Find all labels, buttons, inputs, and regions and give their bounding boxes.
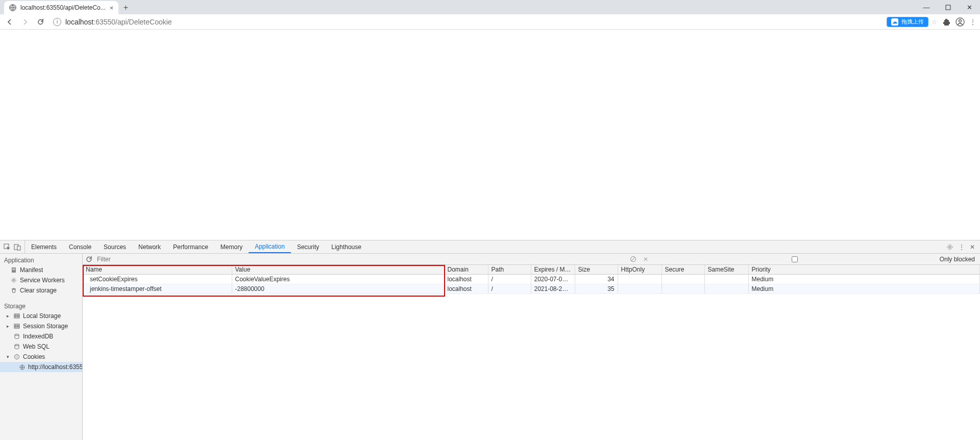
cookie-icon	[13, 354, 20, 360]
extensions-icon[interactable]	[942, 18, 950, 26]
devtools-tab-console[interactable]: Console	[63, 240, 97, 253]
svg-point-3	[959, 19, 962, 22]
window-controls: — ✕	[916, 0, 980, 14]
url-box[interactable]: i localhost:63550/api/DeleteCookie	[50, 18, 883, 26]
col-size[interactable]: Size	[575, 265, 618, 275]
sidebar-item-web-sql[interactable]: Web SQL	[0, 341, 82, 352]
pill-label: 拖拽上传	[901, 18, 924, 26]
browser-tab[interactable]: localhost:63550/api/DeleteCo... ×	[4, 1, 118, 14]
sidebar-item-indexeddb[interactable]: IndexedDB	[0, 331, 82, 341]
device-toolbar-icon[interactable]	[13, 243, 21, 251]
browser-tab-bar: localhost:63550/api/DeleteCo... × + — ✕	[0, 0, 980, 14]
table-row[interactable]: jenkins-timestamper-offset-28800000local…	[83, 284, 980, 294]
devtools-tab-application[interactable]: Application	[249, 240, 291, 253]
maximize-button[interactable]	[937, 0, 959, 14]
col-name[interactable]: Name	[83, 265, 232, 275]
devtools-tab-bar: ElementsConsoleSourcesNetworkPerformance…	[0, 240, 980, 254]
new-tab-button[interactable]: +	[118, 1, 133, 14]
sidebar-section-application: Application	[0, 254, 82, 265]
minimize-button[interactable]: —	[916, 0, 937, 14]
col-value[interactable]: Value	[232, 265, 444, 275]
devtools-tab-network[interactable]: Network	[132, 240, 167, 253]
svg-point-16	[14, 355, 19, 359]
back-button[interactable]	[4, 16, 15, 28]
cookies-grid[interactable]: NameValueDomainPathExpires / Max-A...Siz…	[83, 265, 980, 440]
sidebar-item-manifest[interactable]: Manifest	[0, 265, 82, 275]
devtools-tab-performance[interactable]: Performance	[167, 240, 214, 253]
svg-rect-13	[14, 324, 19, 328]
col-httponly[interactable]: HttpOnly	[618, 265, 662, 275]
col-path[interactable]: Path	[488, 265, 531, 275]
cloud-icon: ☁	[891, 18, 898, 26]
browser-menu-icon[interactable]: ⋮	[970, 18, 976, 26]
delete-selected-icon[interactable]: ✕	[640, 256, 652, 263]
svg-point-7	[949, 246, 951, 248]
grid-icon	[13, 323, 20, 329]
devtools-tab-lighthouse[interactable]: Lighthouse	[325, 240, 368, 253]
url-host: localhost	[65, 18, 93, 26]
devtools-close-icon[interactable]: ✕	[970, 243, 975, 251]
forward-button[interactable]	[19, 16, 31, 28]
devtools-tab-elements[interactable]: Elements	[25, 240, 63, 253]
site-info-icon[interactable]: i	[53, 18, 61, 26]
favorite-icon[interactable]: ☆	[932, 18, 937, 26]
sidebar-item-cookies[interactable]: ▾Cookies	[0, 352, 82, 362]
page-content	[0, 30, 980, 240]
refresh-icon[interactable]	[83, 256, 95, 262]
clear-all-icon[interactable]	[627, 256, 640, 262]
devtools-main: ✕ Only blocked NameValueDomainPathExpire…	[83, 254, 980, 440]
devtools: ElementsConsoleSourcesNetworkPerformance…	[0, 240, 980, 440]
tree-toggle-icon[interactable]: ▸	[5, 313, 10, 319]
svg-point-17	[15, 356, 16, 356]
url-path: :63550/api/DeleteCookie	[93, 18, 172, 26]
gear-icon	[10, 277, 17, 283]
only-blocked-checkbox[interactable]: Only blocked	[652, 256, 980, 263]
table-row[interactable]: setCookieExpiresCookieValueExpireslocalh…	[83, 275, 980, 284]
tree-toggle-icon[interactable]: ▸	[5, 324, 10, 329]
origin-icon	[19, 364, 25, 370]
only-blocked-label: Only blocked	[940, 256, 975, 263]
tab-title: localhost:63550/api/DeleteCo...	[20, 4, 106, 11]
trash-icon	[10, 287, 17, 294]
close-tab-icon[interactable]: ×	[110, 4, 114, 12]
svg-rect-10	[12, 270, 15, 270]
devtools-tab-sources[interactable]: Sources	[97, 240, 132, 253]
sidebar-cookie-origin-label: http://localhost:63550	[28, 363, 83, 371]
db-icon	[13, 333, 20, 339]
devtools-settings-icon[interactable]	[946, 243, 953, 251]
sidebar-item-clear-storage[interactable]: Clear storage	[0, 285, 82, 296]
cookies-toolbar: ✕ Only blocked	[83, 254, 980, 265]
only-blocked-input[interactable]	[652, 256, 938, 262]
grid-icon	[13, 313, 20, 319]
sidebar-item-service-workers[interactable]: Service Workers	[0, 275, 82, 285]
col-expires-max-a-[interactable]: Expires / Max-A...	[531, 265, 575, 275]
devtools-tab-security[interactable]: Security	[291, 240, 325, 253]
url-text: localhost:63550/api/DeleteCookie	[65, 18, 172, 26]
devtools-tab-memory[interactable]: Memory	[214, 240, 249, 253]
reload-button[interactable]	[35, 16, 46, 28]
devtools-more-icon[interactable]: ⋮	[959, 243, 965, 251]
sidebar-item-session-storage[interactable]: ▸Session Storage	[0, 321, 82, 331]
sidebar-item-local-storage[interactable]: ▸Local Storage	[0, 311, 82, 321]
col-domain[interactable]: Domain	[444, 265, 488, 275]
col-priority[interactable]: Priority	[748, 265, 980, 275]
close-window-button[interactable]: ✕	[959, 0, 980, 14]
devtools-sidebar: Application ManifestService WorkersClear…	[0, 254, 83, 440]
tree-toggle-icon[interactable]: ▾	[5, 354, 10, 359]
svg-rect-12	[14, 314, 19, 318]
col-samesite[interactable]: SameSite	[704, 265, 748, 275]
svg-point-18	[17, 356, 17, 356]
svg-point-15	[15, 345, 19, 346]
svg-rect-9	[12, 268, 15, 269]
svg-rect-1	[946, 5, 950, 10]
profile-icon[interactable]	[955, 17, 965, 27]
col-secure[interactable]: Secure	[662, 265, 704, 275]
sidebar-cookie-origin[interactable]: http://localhost:63550	[0, 362, 82, 372]
globe-icon	[9, 4, 16, 11]
svg-point-11	[13, 279, 15, 281]
cookies-table: NameValueDomainPathExpires / Max-A...Siz…	[83, 265, 980, 294]
sidebar-section-storage: Storage	[0, 300, 82, 311]
filter-input[interactable]	[95, 255, 381, 264]
upload-pill[interactable]: ☁ 拖拽上传	[887, 17, 928, 27]
inspect-element-icon[interactable]	[3, 243, 11, 251]
